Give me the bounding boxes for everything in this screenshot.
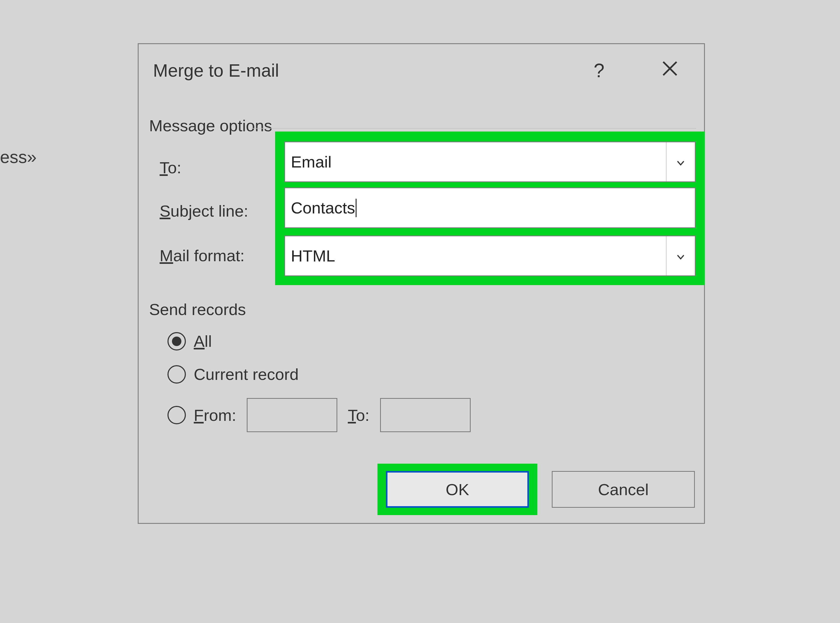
- subject-line-label: Subject line:: [159, 202, 248, 220]
- to-input[interactable]: [380, 398, 471, 432]
- close-icon: [662, 61, 678, 80]
- ok-button[interactable]: OK: [386, 471, 529, 508]
- radio-row-from-to[interactable]: From: To:: [167, 398, 695, 432]
- close-button[interactable]: [636, 44, 704, 97]
- help-button[interactable]: ?: [578, 44, 620, 97]
- message-options-group-label: Message options: [149, 116, 272, 135]
- range-to-label: To:: [348, 406, 369, 425]
- background-text-fragment: ess»: [0, 147, 37, 167]
- to-combobox[interactable]: Email: [284, 141, 696, 182]
- radio-current-record[interactable]: [167, 365, 186, 384]
- to-value: Email: [291, 152, 331, 171]
- to-dropdown-button[interactable]: [666, 142, 695, 181]
- text-caret: [356, 199, 357, 217]
- radio-from[interactable]: [167, 406, 186, 424]
- radio-row-current[interactable]: Current record: [167, 365, 695, 384]
- radio-all[interactable]: [167, 332, 186, 350]
- chevron-down-icon: [676, 152, 685, 171]
- radio-row-all[interactable]: All: [167, 332, 695, 350]
- radio-current-label: Current record: [194, 365, 299, 384]
- send-records-group: Send records All Current record From: To…: [149, 300, 695, 432]
- dialog-titlebar: Merge to E-mail ?: [139, 44, 704, 97]
- chevron-down-icon: [676, 247, 685, 265]
- mail-format-combobox[interactable]: HTML: [284, 235, 696, 276]
- from-input[interactable]: [247, 398, 337, 432]
- mail-format-value: HTML: [291, 247, 335, 265]
- send-records-group-label: Send records: [149, 300, 695, 319]
- dialog-button-row: OK Cancel: [377, 463, 695, 515]
- subject-line-value: Contacts: [291, 198, 355, 217]
- radio-all-label: All: [194, 332, 212, 350]
- cancel-button[interactable]: Cancel: [552, 471, 695, 508]
- from-label: From:: [194, 406, 236, 425]
- mail-format-label: Mail format:: [159, 246, 245, 265]
- group-separator: [251, 128, 696, 129]
- mail-format-dropdown-button[interactable]: [666, 236, 695, 275]
- merge-to-email-dialog: Merge to E-mail ? Message options To: Su…: [138, 43, 705, 524]
- dialog-title: Merge to E-mail: [153, 60, 279, 81]
- to-label: To:: [159, 158, 181, 177]
- subject-line-input[interactable]: Contacts: [284, 187, 696, 228]
- message-options-highlight: Email Contacts HTML: [275, 132, 705, 285]
- ok-button-highlight: OK: [377, 463, 537, 515]
